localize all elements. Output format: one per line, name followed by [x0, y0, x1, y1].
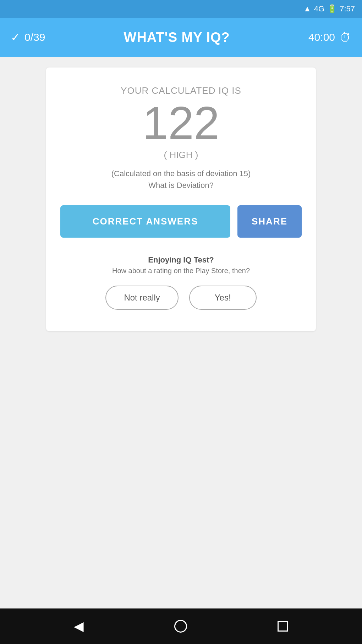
not-really-button[interactable]: Not really	[105, 286, 178, 310]
top-header: ✓ 0/39 WHAT'S MY IQ? 40:00 ⏱	[0, 18, 362, 57]
result-card: YOUR CALCULATED IQ IS 122 ( HIGH ) (Calc…	[46, 67, 316, 331]
header-right: 40:00 ⏱	[308, 31, 351, 44]
yes-button[interactable]: Yes!	[189, 286, 257, 310]
iq-rating: ( HIGH )	[164, 150, 198, 161]
rating-prompt: Enjoying IQ Test? How about a rating on …	[112, 255, 250, 275]
correct-answers-button[interactable]: CORRECT ANSWERS	[60, 205, 230, 238]
status-bar: ▲ 4G 🔋 7:57	[0, 0, 362, 18]
signal-icon: ▲	[303, 4, 311, 13]
time-display: 7:57	[340, 4, 355, 13]
rating-prompt-title: Enjoying IQ Test?	[112, 255, 250, 265]
timer-icon: ⏱	[339, 31, 351, 44]
header-left: ✓ 0/39	[11, 31, 45, 44]
rating-prompt-subtitle: How about a rating on the Play Store, th…	[112, 267, 250, 275]
nav-bar: ◀	[0, 608, 362, 644]
share-button[interactable]: SHARE	[237, 205, 302, 238]
main-content: YOUR CALCULATED IQ IS 122 ( HIGH ) (Calc…	[0, 57, 362, 608]
iq-description-line1: (Calculated on the basis of deviation 15…	[111, 168, 251, 179]
check-icon: ✓	[11, 31, 20, 44]
iq-description-line2: What is Deviation?	[111, 179, 251, 191]
timer-display: 40:00	[308, 31, 335, 43]
rating-buttons-row: Not really Yes!	[105, 286, 256, 310]
iq-label: YOUR CALCULATED IQ IS	[121, 85, 241, 96]
app-title: WHAT'S MY IQ?	[45, 30, 308, 45]
battery-icon: 🔋	[327, 4, 337, 13]
iq-description: (Calculated on the basis of deviation 15…	[111, 168, 251, 191]
back-nav-icon[interactable]: ◀	[74, 619, 84, 634]
action-buttons-row: CORRECT ANSWERS SHARE	[60, 205, 302, 238]
recents-nav-icon[interactable]	[278, 621, 288, 632]
signal-label: 4G	[314, 4, 324, 13]
home-nav-icon[interactable]	[174, 620, 187, 633]
score-display: 0/39	[24, 31, 45, 43]
status-bar-icons: ▲ 4G 🔋 7:57	[303, 4, 355, 13]
iq-number: 122	[143, 100, 220, 146]
